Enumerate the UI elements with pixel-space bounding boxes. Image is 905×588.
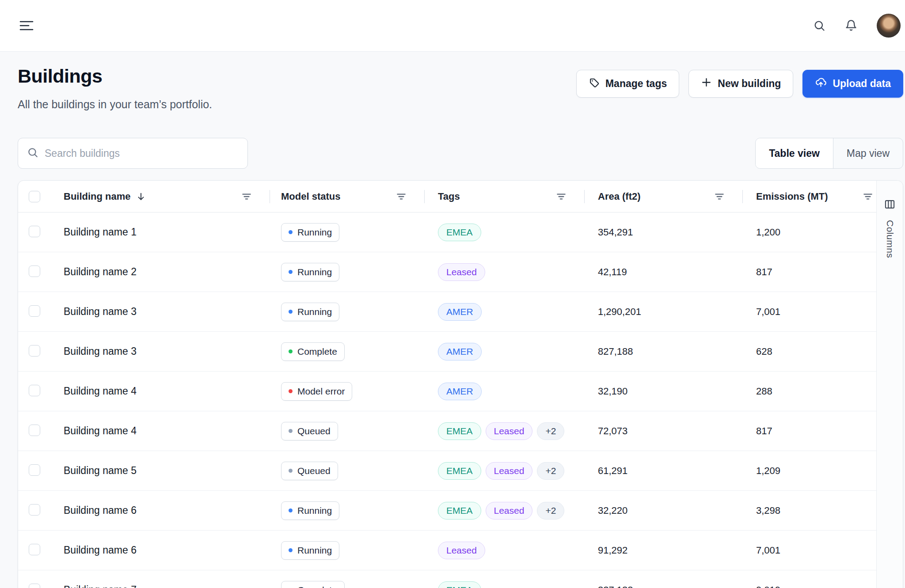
area-cell: 72,073 — [585, 425, 743, 437]
row-checkbox[interactable] — [29, 425, 40, 436]
row-checkbox[interactable] — [29, 504, 40, 516]
search-input-icon — [27, 147, 38, 160]
building-name: Building name 1 — [64, 226, 270, 238]
status-dot — [289, 548, 293, 552]
plus-icon — [701, 77, 712, 91]
menu-icon[interactable] — [19, 20, 34, 31]
page-title: Buildings — [18, 65, 102, 87]
columns-icon — [884, 198, 896, 210]
status-cell: Model error — [270, 382, 425, 401]
filter-icon[interactable] — [714, 191, 725, 202]
tag-pill-leased: Leased — [486, 502, 533, 520]
table-row[interactable]: Building name 6 Running EMEALeased+2 32,… — [18, 491, 876, 531]
filter-icon[interactable] — [395, 191, 407, 202]
status-cell: Queued — [270, 462, 425, 480]
table-row[interactable]: Building name 3 Complete AMER 827,188 62… — [18, 332, 876, 372]
filter-icon[interactable] — [555, 191, 567, 202]
new-building-label: New building — [718, 78, 781, 90]
table-row[interactable]: Building name 1 Running EMEA 354,291 1,2… — [18, 212, 876, 252]
tags-cell: EMEA — [425, 581, 585, 588]
sort-desc-icon[interactable] — [136, 192, 146, 201]
building-name: Building name 3 — [64, 306, 270, 318]
columns-panel-toggle[interactable]: Columns — [876, 181, 903, 588]
row-checkbox[interactable] — [29, 464, 40, 476]
table-row[interactable]: Building name 7 Complete EMEA 827,188 9,… — [18, 570, 876, 588]
new-building-button[interactable]: New building — [688, 70, 793, 98]
area-cell: 827,188 — [585, 346, 743, 357]
tag-pill-leased: Leased — [486, 462, 533, 480]
emissions-cell: 7,001 — [743, 545, 876, 556]
area-cell: 42,119 — [585, 266, 743, 278]
status-label: Running — [297, 307, 332, 317]
upload-data-label: Upload data — [833, 78, 891, 90]
search-input[interactable] — [45, 148, 239, 159]
filter-icon[interactable] — [862, 191, 874, 202]
table-row[interactable]: Building name 5 Queued EMEALeased+2 61,2… — [18, 451, 876, 491]
row-checkbox[interactable] — [29, 584, 40, 588]
upload-data-button[interactable]: Upload data — [802, 70, 903, 98]
table-row[interactable]: Building name 3 Running AMER 1,290,201 7… — [18, 292, 876, 332]
tag-pill-amer: AMER — [438, 343, 482, 360]
page-subtitle: All the buildings in your team’s portfol… — [18, 98, 212, 111]
row-checkbox[interactable] — [29, 385, 40, 396]
header-building-name: Building name — [64, 181, 270, 212]
row-checkbox[interactable] — [29, 226, 40, 237]
status-cell: Complete — [270, 342, 425, 361]
avatar[interactable] — [877, 14, 901, 38]
tag-pill-emea: EMEA — [438, 224, 481, 241]
manage-tags-button[interactable]: Manage tags — [576, 70, 679, 98]
status-pill: Running — [281, 541, 339, 560]
tags-cell: AMER — [425, 303, 585, 321]
row-checkbox[interactable] — [29, 266, 40, 277]
table-row[interactable]: Building name 2 Running Leased 42,119 81… — [18, 252, 876, 292]
map-view-tab[interactable]: Map view — [833, 138, 903, 168]
tag-pill-more: +2 — [537, 422, 564, 440]
tag-pill-leased: Leased — [486, 422, 533, 440]
area-cell: 32,220 — [585, 505, 743, 516]
bell-icon[interactable] — [845, 19, 857, 32]
header-emissions: Emissions (MT) — [743, 181, 876, 212]
header-checkbox-cell — [18, 181, 64, 212]
status-pill: Queued — [281, 462, 338, 480]
search-icon[interactable] — [813, 19, 825, 32]
emissions-cell: 817 — [743, 266, 876, 278]
table-view-tab[interactable]: Table view — [756, 138, 833, 168]
table-row[interactable]: Building name 4 Model error AMER 32,190 … — [18, 372, 876, 411]
row-checkbox[interactable] — [29, 305, 40, 317]
status-label: Running — [297, 267, 332, 277]
area-cell: 91,292 — [585, 545, 743, 556]
emissions-cell: 3,298 — [743, 505, 876, 516]
status-dot — [289, 270, 293, 274]
status-dot — [289, 508, 293, 512]
area-cell: 1,290,201 — [585, 306, 743, 318]
select-all-checkbox[interactable] — [29, 191, 40, 202]
row-checkbox-cell — [18, 464, 64, 478]
table-row[interactable]: Building name 6 Running Leased 91,292 7,… — [18, 531, 876, 570]
area-cell: 354,291 — [585, 227, 743, 238]
status-dot — [289, 389, 293, 393]
status-pill: Running — [281, 501, 339, 520]
status-label: Running — [297, 227, 332, 238]
status-label: Running — [297, 545, 332, 556]
view-toggle: Table view Map view — [755, 138, 903, 169]
emissions-cell: 1,209 — [743, 465, 876, 477]
row-checkbox-cell — [18, 425, 64, 438]
emissions-cell: 1,200 — [743, 227, 876, 238]
status-label: Model error — [297, 386, 345, 397]
header-model-status: Model status — [270, 181, 425, 212]
status-cell: Running — [270, 303, 425, 321]
tags-cell: EMEALeased+2 — [425, 462, 585, 480]
columns-panel-label: Columns — [885, 220, 895, 258]
tag-pill-amer: AMER — [438, 383, 482, 400]
status-label: Complete — [297, 346, 337, 357]
table-row[interactable]: Building name 4 Queued EMEALeased+2 72,0… — [18, 411, 876, 451]
row-checkbox-cell — [18, 226, 64, 239]
row-checkbox[interactable] — [29, 345, 40, 357]
header-tags: Tags — [425, 181, 585, 212]
row-checkbox[interactable] — [29, 544, 40, 555]
building-name: Building name 2 — [64, 266, 270, 278]
building-name: Building name 5 — [64, 465, 270, 477]
row-checkbox-cell — [18, 584, 64, 588]
filter-icon[interactable] — [241, 191, 252, 202]
row-checkbox-cell — [18, 544, 64, 557]
